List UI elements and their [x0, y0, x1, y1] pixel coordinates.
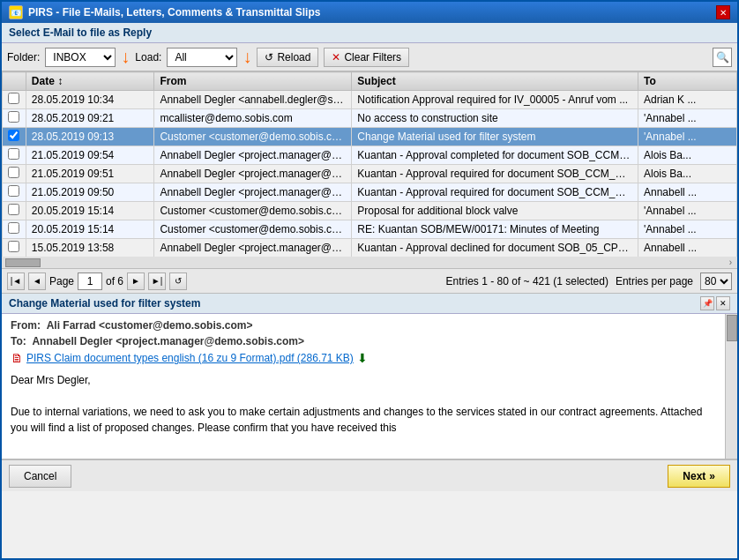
last-page-button[interactable]: ►| — [148, 273, 166, 290]
checkbox-input[interactable] — [8, 185, 19, 197]
page-label: Page — [49, 275, 74, 287]
section-header: Select E-Mail to file as Reply — [2, 23, 737, 43]
checkbox-input[interactable] — [8, 167, 19, 178]
row-subject: Kuantan - Approval required for document… — [352, 183, 638, 202]
table-row[interactable]: 28.05.2019 09:21mcallister@demo.sobis.co… — [3, 109, 737, 128]
checkbox-input[interactable] — [8, 130, 19, 141]
refresh-button[interactable]: ↺ — [169, 273, 187, 290]
preview-scroll-thumb — [727, 315, 737, 341]
row-checkbox[interactable] — [3, 220, 26, 239]
next-arrows: » — [709, 470, 715, 482]
load-dropdown[interactable]: All — [167, 48, 237, 67]
row-date: 21.05.2019 09:51 — [26, 165, 154, 183]
per-page-select[interactable]: 80 — [700, 273, 732, 290]
preview-header: Change Material used for filter system 📌… — [2, 294, 737, 314]
table-row[interactable]: 20.05.2019 15:14Customer <customer@demo.… — [3, 202, 737, 220]
preview-body-text: Dear Mrs Degler, — [11, 372, 714, 388]
row-subject: Notification Approval required for IV_00… — [352, 91, 638, 109]
row-date: 21.05.2019 09:54 — [26, 146, 154, 165]
window-icon: 📧 — [9, 5, 23, 19]
table-row[interactable]: 21.05.2019 09:51Annabell Degler <project… — [3, 165, 737, 183]
row-to: 'Annabel ... — [638, 220, 737, 239]
checkbox-input[interactable] — [8, 111, 19, 123]
preview-from: From: Ali Farrad <customer@demo.sobis.co… — [11, 319, 714, 332]
table-header-row: Date ↕ From Subject To — [3, 72, 737, 91]
attachment-name[interactable]: PIRS Claim document types english (16 zu… — [26, 352, 354, 364]
table-row[interactable]: 21.05.2019 09:54Annabell Degler <project… — [3, 146, 737, 165]
table-row[interactable]: 28.05.2019 09:13Customer <customer@demo.… — [3, 128, 737, 146]
preview-pin-button[interactable]: 📌 — [700, 296, 714, 310]
window-title: PIRS - File E-Mails, Letters, Comments &… — [28, 6, 320, 19]
table-row[interactable]: 28.05.2019 10:34Annabell Degler <annabel… — [3, 91, 737, 109]
checkbox-input[interactable] — [8, 204, 19, 215]
checkbox-input[interactable] — [8, 222, 19, 234]
from-value: Ali Farrad <customer@demo.sobis.com> — [47, 319, 253, 332]
row-checkbox[interactable] — [3, 165, 26, 183]
close-button[interactable]: ✕ — [716, 5, 730, 19]
row-date: 28.05.2019 09:13 — [26, 128, 154, 146]
row-to: Adrian K ... — [638, 91, 737, 109]
next-button[interactable]: Next » — [668, 465, 730, 488]
preview-pane: From: Ali Farrad <customer@demo.sobis.co… — [2, 314, 737, 459]
row-from: Annabell Degler <project.manager@demo.so… — [154, 183, 352, 202]
row-checkbox[interactable] — [3, 146, 26, 165]
row-to: Annabell ... — [638, 183, 737, 202]
col-header-check — [3, 72, 26, 91]
row-checkbox[interactable] — [3, 91, 26, 109]
preview-scrollbar[interactable] — [725, 314, 737, 459]
col-header-date[interactable]: Date ↕ — [26, 72, 154, 91]
table-row[interactable]: 21.05.2019 09:50Annabell Degler <project… — [3, 183, 737, 202]
row-checkbox[interactable] — [3, 183, 26, 202]
table-row[interactable]: 20.05.2019 15:14Customer <customer@demo.… — [3, 220, 737, 239]
row-checkbox[interactable] — [3, 239, 26, 258]
row-from: mcallister@demo.sobis.com — [154, 109, 352, 128]
email-table-container: Date ↕ From Subject To 28.05.2019 10:34A… — [2, 71, 737, 257]
cancel-button[interactable]: Cancel — [9, 465, 71, 488]
per-page-label: Entries per page — [616, 275, 693, 287]
from-label: From: — [11, 319, 41, 332]
row-checkbox[interactable] — [3, 202, 26, 220]
toolbar: Folder: INBOX ↓ Load: All ↓ ↺ Reload ✕ C… — [2, 43, 737, 71]
col-header-subject[interactable]: Subject — [352, 72, 638, 91]
row-to: 'Annabel ... — [638, 202, 737, 220]
folder-dropdown[interactable]: INBOX — [45, 48, 116, 67]
row-date: 21.05.2019 09:50 — [26, 183, 154, 202]
horizontal-scrollbar[interactable]: › — [2, 257, 737, 269]
scroll-thumb-h — [5, 258, 41, 267]
row-subject: Proposal for additional block valve — [352, 202, 638, 220]
preview-to: To: Annabell Degler <project.manager@dem… — [11, 335, 714, 347]
row-from: Customer <customer@demo.sobis.com> — [154, 220, 352, 239]
email-table: Date ↕ From Subject To 28.05.2019 10:34A… — [2, 71, 737, 257]
checkbox-input[interactable] — [8, 93, 19, 104]
row-to: 'Annabel ... — [638, 109, 737, 128]
preview-title: Change Material used for filter system — [9, 297, 200, 310]
next-page-button[interactable]: ► — [127, 273, 145, 290]
next-label: Next — [683, 470, 705, 482]
table-row[interactable]: 15.05.2019 13:58Annabell Degler <project… — [3, 239, 737, 258]
prev-page-button[interactable]: ◄ — [28, 273, 46, 290]
first-page-button[interactable]: |◄ — [7, 273, 25, 290]
main-window: 📧 PIRS - File E-Mails, Letters, Comments… — [0, 0, 739, 560]
preview-close-button[interactable]: ✕ — [716, 296, 730, 310]
to-value: Annabell Degler <project.manager@demo.so… — [32, 335, 303, 347]
reload-icon: ↺ — [265, 51, 273, 63]
clear-filters-button[interactable]: ✕ Clear Filters — [324, 48, 409, 67]
page-input[interactable] — [78, 273, 102, 290]
row-to: Alois Ba... — [638, 165, 737, 183]
row-to: Alois Ba... — [638, 146, 737, 165]
checkbox-input[interactable] — [8, 148, 19, 160]
title-bar: 📧 PIRS - File E-Mails, Letters, Comments… — [2, 2, 737, 23]
col-header-from[interactable]: From — [154, 72, 352, 91]
download-icon[interactable]: ⬇ — [357, 351, 368, 365]
reload-button[interactable]: ↺ Reload — [257, 48, 318, 67]
row-from: Customer <customer@demo.sobis.com> — [154, 128, 352, 146]
scroll-right-arrow[interactable]: › — [726, 258, 735, 267]
row-from: Annabell Degler <project.manager@demo.so… — [154, 239, 352, 258]
search-box[interactable]: 🔍 — [713, 48, 732, 67]
col-header-to[interactable]: To — [638, 72, 737, 91]
row-checkbox[interactable] — [3, 128, 26, 146]
row-date: 20.05.2019 15:14 — [26, 220, 154, 239]
checkbox-input[interactable] — [8, 241, 19, 252]
row-checkbox[interactable] — [3, 109, 26, 128]
clear-icon: ✕ — [332, 51, 340, 63]
